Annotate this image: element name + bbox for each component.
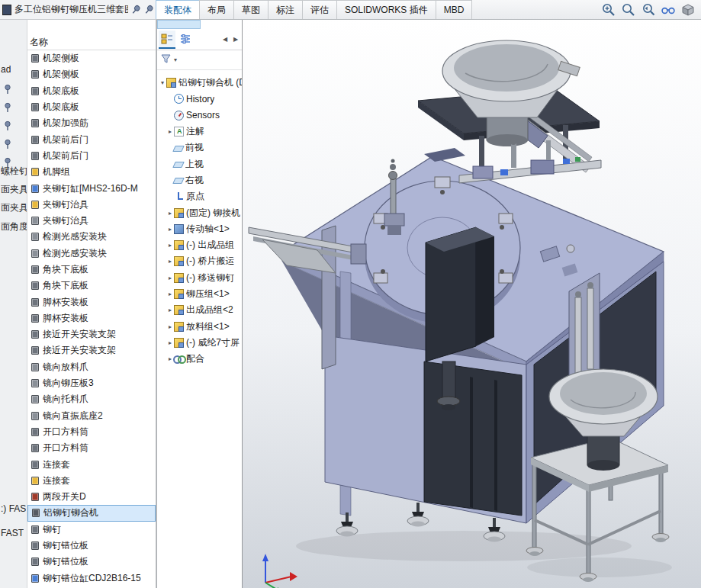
zoom-fit-icon[interactable] [620,2,637,18]
fm-toolbar: ◀ ▶ [157,29,242,50]
list-item[interactable]: 镜向托料爪 [27,391,156,407]
expand-arrow-icon[interactable]: ▸ [166,210,174,217]
tree-item[interactable]: ▾铝铆钉铆合机 (D [157,75,242,91]
expand-arrow-icon[interactable]: ▸ [166,291,174,297]
tree-item[interactable]: ▸(-) 出成品组 [157,237,242,253]
view-settings-icon[interactable] [680,2,696,18]
pin-icon[interactable] [3,139,12,149]
tree-item[interactable]: ▸(-) 威纶7寸屏 [157,335,242,351]
list-item[interactable]: 机架侧板 [27,50,156,66]
graphics-viewport[interactable] [243,20,701,588]
list-item[interactable]: 铆钉错位板 [27,538,156,554]
list-item[interactable]: 检测光感安装块 [27,229,156,245]
last-view-icon[interactable] [640,2,657,18]
pin-icon[interactable] [142,2,156,17]
ribbon-bar: 装配体布局草图标注评估SOLIDWORKS 插件MBD [156,0,701,20]
ribbon-tab[interactable]: 装配体 [156,0,200,19]
list-item[interactable]: 接近开关安装支架 [27,326,156,342]
list-item[interactable]: 连接套 [27,456,156,472]
list-item-label: 夹铆钉治具 [43,198,88,211]
expand-arrow-icon[interactable]: ▸ [166,307,174,313]
list-item[interactable]: 镜向放料爪 [27,359,156,375]
ribbon-tab[interactable]: SOLIDWORKS 插件 [336,0,436,19]
expand-arrow-icon[interactable]: ▸ [166,339,174,346]
list-item[interactable]: 夹铆钉治具 [27,213,156,229]
ribbon-tab[interactable]: 标注 [268,0,303,19]
ribbon-tab[interactable]: 草图 [233,0,269,19]
list-item[interactable]: 夹铆钉治具 [27,197,156,213]
tree-item[interactable]: ▸注解 [157,124,242,140]
tree-item[interactable]: 上视 [157,156,242,172]
list-item[interactable]: 机架前后门 [27,131,156,147]
list-item[interactable]: 接近开关安装支架 [27,342,156,358]
tree-item[interactable]: 右视 [157,172,242,188]
list-item[interactable]: 开口方料筒 [27,424,156,440]
list-item[interactable]: 夹铆钉缸[MHS2-16D-M [27,180,156,196]
expand-arrow-icon[interactable]: ▾ [159,79,166,86]
list-item-label: 接近开关安装支架 [43,328,116,341]
expand-arrow-icon[interactable]: ▸ [166,258,174,265]
expand-arrow-icon[interactable]: ▸ [166,242,174,249]
tree-item[interactable]: ▸铆压组<1> [157,286,242,302]
list-item[interactable]: 镜向直振底座2 [27,408,156,424]
tree-item[interactable]: ▸出成品组<2 [157,302,242,318]
part-icon [31,103,39,111]
pin-icon[interactable] [3,102,12,113]
tree-item[interactable]: ▸放料组<1> [157,318,242,334]
ribbon-tab[interactable]: 评估 [302,0,337,19]
list-item[interactable]: 机架前后门 [27,148,156,164]
tree-item-label: 传动轴<1> [186,223,230,236]
list-item[interactable]: 机架底板 [27,99,156,115]
list-item[interactable]: 铝铆钉铆合机 [27,505,156,521]
column-header-name[interactable]: 名称 [27,35,156,50]
center-tower[interactable] [426,227,494,361]
list-item[interactable]: 检测光感安装块 [27,246,156,262]
list-item[interactable]: 机脚组 [27,164,156,180]
tree-item[interactable]: ▸(-) 桥片搬运 [157,253,242,269]
pane-right-arrow[interactable]: ▶ [231,34,240,46]
tree-item[interactable]: ▸(-) 移送铆钉 [157,270,242,286]
machine-3d-model[interactable] [243,20,701,588]
list-item[interactable]: 机架加强筋 [27,115,156,131]
tree-item[interactable]: 原点 [157,188,242,204]
pin-icon[interactable] [3,120,12,131]
list-item[interactable]: 镜向铆压板3 [27,375,156,391]
list-item[interactable]: 开口方料筒 [27,440,156,456]
list-item[interactable]: 铆钉 [27,522,156,538]
list-item[interactable]: 脚杯安装板 [27,310,156,326]
tree-item[interactable]: Sensors [157,108,242,124]
list-item[interactable]: 连接套 [27,473,156,489]
expand-arrow-icon[interactable]: ▸ [166,226,174,233]
part-icon [31,493,39,501]
list-item[interactable]: 铆钉错位缸CDJ2B16-15 [27,570,156,586]
ribbon-tab[interactable]: MBD [436,0,473,19]
list-item[interactable]: 两段开关D [27,489,156,505]
featuremanager-tab[interactable] [159,31,175,49]
tree-item[interactable]: ▸传动轴<1> [157,221,242,237]
expand-arrow-icon[interactable]: ▸ [166,323,174,330]
tree-item[interactable]: 前视 [157,140,242,156]
expand-arrow-icon[interactable]: ▸ [166,128,174,135]
hide-show-items-icon[interactable] [660,2,677,18]
list-item[interactable]: 机架底板 [27,83,156,99]
propertymanager-tab[interactable] [177,31,194,49]
list-item[interactable]: 机架侧板 [27,66,156,82]
zoom-in-icon[interactable] [600,2,617,18]
list-item[interactable]: 铆钉错位板 [27,554,156,570]
list-item[interactable]: 角块下底板 [27,262,156,278]
pane-left-arrow[interactable]: ◀ [220,34,230,46]
tree-item[interactable]: ▸(固定) 铆接机 [157,204,242,220]
pin-icon[interactable] [3,84,12,95]
part-icon [31,217,39,225]
plane-icon [172,162,184,168]
filter-dropdown-arrow[interactable]: ▾ [174,56,177,63]
list-item[interactable]: 角块下底板 [27,278,156,294]
filter-icon[interactable] [160,53,172,66]
ribbon-tab[interactable]: 布局 [199,0,234,19]
tree-item[interactable]: ▸配合 [157,351,242,367]
list-item[interactable]: 脚杯安装板 [27,294,156,310]
expand-arrow-icon[interactable]: ▸ [166,275,174,281]
tree-item[interactable]: History [157,91,242,107]
pin-icon[interactable] [129,2,143,17]
tree-item-label: (-) 桥片搬运 [186,255,234,268]
